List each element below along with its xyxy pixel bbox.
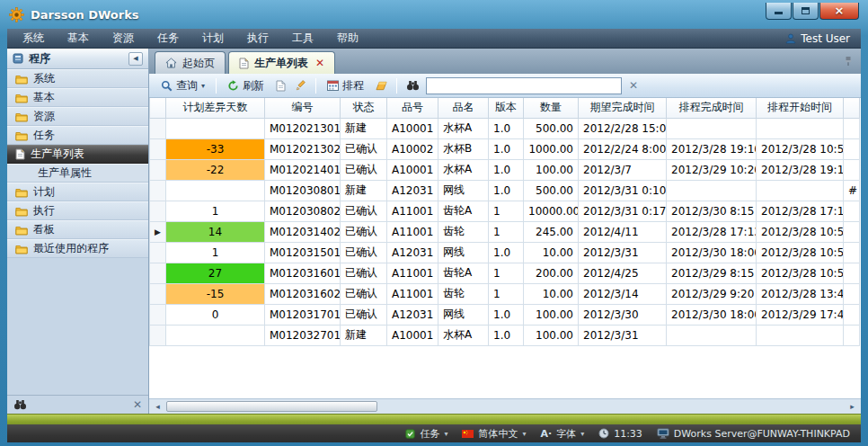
status-item-clock[interactable]: 11:33 — [598, 428, 642, 440]
column-header[interactable]: 排程完成时间 — [667, 98, 757, 118]
cell-sched_start[interactable]: 2012/3/28 10:52 — [757, 221, 844, 242]
column-header[interactable]: 状态 — [341, 98, 387, 118]
cell-diff[interactable]: 1 — [166, 242, 265, 263]
cell-sched_start[interactable]: 2012/3/29 17:46 — [757, 304, 844, 325]
column-header[interactable]: 排程开始时间 — [757, 98, 844, 118]
menu-item[interactable]: 系统 — [11, 29, 56, 48]
cell-status[interactable]: 已确认 — [341, 138, 387, 159]
binoculars-icon[interactable] — [13, 399, 27, 410]
schedule-button[interactable]: 排程 — [322, 76, 369, 96]
cell-item_no[interactable]: A10001 — [387, 159, 438, 180]
cell-sched_start[interactable]: 2012/3/28 17:13 — [757, 201, 844, 221]
cell-sched_end[interactable] — [667, 118, 757, 138]
find-button[interactable] — [403, 77, 423, 94]
user-area[interactable]: Test User — [785, 32, 857, 45]
cell-extra[interactable] — [844, 325, 860, 345]
cell-extra[interactable] — [844, 138, 860, 159]
cell-item_no[interactable]: A12031 — [387, 304, 438, 325]
minimize-button[interactable] — [766, 3, 792, 20]
cell-extra[interactable] — [844, 304, 860, 325]
cell-expect[interactable]: 2012/4/11 — [579, 221, 667, 242]
cell-diff[interactable] — [166, 118, 265, 138]
menu-item[interactable]: 基本 — [56, 29, 101, 48]
column-header[interactable]: 数量 — [524, 98, 579, 118]
cell-sched_end[interactable] — [667, 180, 757, 201]
table-row[interactable]: 1M012031501已确认A12031网线1.010.002012/3/312… — [150, 242, 860, 263]
cell-diff[interactable] — [166, 180, 265, 201]
cell-sched_end[interactable]: 2012/3/29 8:15 — [667, 263, 757, 283]
cell-expect[interactable]: 2012/2/24 8:00 — [579, 138, 667, 159]
cell-sched_start[interactable]: 2012/3/28 10:52 — [757, 242, 844, 263]
cell-version[interactable]: 1 — [489, 283, 524, 304]
cell-item_name[interactable]: 水杯A — [438, 159, 489, 180]
cell-sched_end[interactable]: 2012/3/28 19:10 — [667, 138, 757, 159]
cell-status[interactable]: 新建 — [341, 180, 387, 201]
horizontal-scrollbar[interactable]: ◂ ▸ — [149, 398, 861, 414]
sidebar-item[interactable]: 看板 — [7, 220, 148, 239]
sidebar-item[interactable]: 系统 — [7, 69, 148, 88]
cell-qty[interactable]: 100.00 — [524, 304, 579, 325]
column-header[interactable]: 品号 — [387, 98, 438, 118]
cell-version[interactable]: 1.0 — [489, 242, 524, 263]
toolbar-search-input[interactable] — [426, 77, 622, 94]
sidebar-item[interactable]: 资源 — [7, 107, 148, 126]
cell-qty[interactable]: 10000.00 — [524, 201, 579, 221]
menu-item[interactable]: 资源 — [101, 29, 146, 48]
cell-version[interactable]: 1.0 — [489, 159, 524, 180]
eraser-button[interactable] — [372, 78, 391, 94]
sidebar-item[interactable]: 生产单列表 — [7, 145, 148, 164]
scrollbar-thumb[interactable] — [166, 401, 377, 412]
menu-item[interactable]: 计划 — [190, 29, 235, 48]
cell-item_name[interactable]: 水杯A — [438, 325, 489, 345]
cell-extra[interactable] — [844, 159, 860, 180]
column-header[interactable]: 计划差异天数 — [166, 98, 265, 118]
column-header[interactable]: 编号 — [265, 98, 341, 118]
cell-expect[interactable]: 2012/3/31 0:10 — [579, 180, 667, 201]
clear-search-icon[interactable]: ✕ — [624, 77, 642, 94]
sidebar-item[interactable]: 基本 — [7, 88, 148, 107]
sidebar-item[interactable]: 最近使用的程序 — [7, 239, 148, 258]
refresh-button[interactable]: 刷新 — [222, 76, 270, 96]
table-row[interactable]: 0M012031701已确认A12031网线1.0100.002012/3/30… — [150, 304, 860, 325]
cell-code[interactable]: M012031601 — [265, 263, 341, 283]
menu-item[interactable]: 工具 — [280, 29, 325, 48]
cell-item_no[interactable]: A10002 — [387, 138, 438, 159]
cell-extra[interactable] — [844, 263, 860, 283]
cell-item_name[interactable]: 网线 — [438, 180, 489, 201]
cell-status[interactable]: 已确认 — [341, 221, 387, 242]
cell-sched_end[interactable]: 2012/3/28 17:13 — [667, 221, 757, 242]
cell-extra[interactable] — [844, 201, 860, 221]
cell-diff[interactable]: -33 — [166, 138, 265, 159]
cell-status[interactable]: 已确认 — [341, 283, 387, 304]
table-row[interactable]: M012021301新建A10001水杯A1.0500.002012/2/28 … — [150, 118, 860, 138]
scroll-right-icon[interactable]: ▸ — [846, 402, 859, 411]
cell-expect[interactable]: 2012/3/31 — [579, 325, 667, 345]
cell-sched_end[interactable] — [667, 325, 757, 345]
cell-item_no[interactable]: A10001 — [387, 118, 438, 138]
cell-item_name[interactable]: 网线 — [438, 242, 489, 263]
cell-item_name[interactable]: 水杯B — [438, 138, 489, 159]
tab[interactable]: 起始页 — [155, 51, 226, 74]
column-header[interactable] — [150, 98, 166, 118]
new-document-button[interactable] — [272, 77, 289, 94]
cell-version[interactable]: 1 — [489, 201, 524, 221]
cell-code[interactable]: M012031701 — [265, 304, 341, 325]
scroll-left-icon[interactable]: ◂ — [151, 402, 164, 411]
status-item-server-info[interactable]: DWorks Server@FUNWAY-THINKPAD — [657, 428, 850, 440]
cell-extra[interactable] — [844, 221, 860, 242]
pin-icon[interactable] — [843, 56, 854, 67]
maximize-button[interactable] — [793, 3, 819, 20]
cell-extra[interactable]: # — [844, 180, 860, 201]
sidebar-item[interactable]: 执行 — [7, 201, 148, 220]
cell-item_name[interactable]: 齿轮 — [438, 221, 489, 242]
menu-item[interactable]: 执行 — [235, 29, 280, 48]
table-row[interactable]: 1M012030802已确认A11001齿轮A110000.002012/3/3… — [150, 201, 860, 221]
cell-qty[interactable]: 1000.00 — [524, 138, 579, 159]
cell-sched_end[interactable]: 2012/3/29 10:20 — [667, 159, 757, 180]
cell-code[interactable]: M012021302 — [265, 138, 341, 159]
cell-code[interactable]: M012031602 — [265, 283, 341, 304]
cell-expect[interactable]: 2012/3/7 — [579, 159, 667, 180]
close-button[interactable]: × — [819, 3, 859, 20]
cell-sched_start[interactable] — [757, 325, 844, 345]
cell-sched_start[interactable] — [757, 180, 844, 201]
